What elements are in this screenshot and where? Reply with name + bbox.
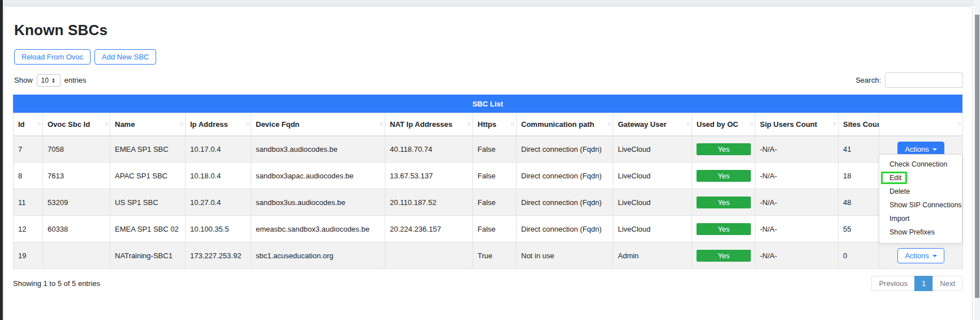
- page-length-control: Show 10 ▲▼ entries: [14, 74, 87, 87]
- table-cell: sandbox3us.audiocodes.be: [251, 189, 385, 216]
- table-cell: 10.27.0.4: [186, 189, 251, 216]
- table-info: Showing 1 to 5 of 5 entries: [13, 279, 100, 288]
- pagination-previous[interactable]: Previous: [871, 276, 915, 291]
- table-cell: -N/A-: [755, 163, 839, 189]
- table-cell: US SP1 SBC: [110, 189, 186, 216]
- table-cell: LiveCloud: [613, 136, 692, 163]
- used-by-oc-badge: Yes: [697, 143, 751, 155]
- dropdown-item-edit[interactable]: Edit: [879, 172, 962, 185]
- table-cell: [385, 242, 473, 269]
- column-header-ip-address[interactable]: Ip Address↑↓: [186, 113, 251, 136]
- dropdown-item-show-prefixes[interactable]: Show Prefixes: [879, 226, 962, 240]
- sort-icon: ↑↓: [957, 120, 960, 126]
- actions-cell: Actions: [879, 242, 963, 269]
- show-label: Show: [14, 76, 33, 84]
- highlight-ring: [881, 172, 907, 184]
- table-footer: Showing 1 to 5 of 5 entries Previous 1 N…: [13, 276, 962, 291]
- page-length-select[interactable]: 10 ▲▼: [37, 74, 61, 87]
- table-cell: False: [473, 136, 517, 163]
- table-cell: Direct connection (Fqdn): [517, 136, 613, 163]
- used-by-oc-cell: Yes: [692, 242, 755, 269]
- table-cell: 20.110.187.52: [385, 189, 473, 216]
- column-header-label: Used by OC: [697, 120, 738, 129]
- add-new-sbc-button[interactable]: Add New SBC: [94, 49, 156, 65]
- used-by-oc-badge: Yes: [697, 170, 751, 182]
- search-label: Search:: [856, 76, 881, 84]
- table-cell: 55: [839, 216, 879, 242]
- dropdown-item-import[interactable]: Import: [879, 212, 962, 226]
- table-cell: APAC SP1 SBC: [110, 163, 186, 189]
- caret-down-icon: [932, 148, 937, 151]
- sort-icon: ↑↓: [179, 120, 183, 126]
- table-cell: 53209: [43, 189, 110, 216]
- table-cell: -N/A-: [755, 242, 839, 269]
- scrollbar-track[interactable]: [974, 0, 980, 320]
- column-header-used-by-oc[interactable]: Used by OC↑↓: [692, 113, 755, 136]
- table-cell: 7058: [43, 136, 110, 163]
- column-header-gateway-user[interactable]: Gateway User↑↓: [613, 113, 692, 136]
- table-cell: 40.118.70.74: [385, 136, 473, 163]
- sort-icon: ↑↓: [467, 120, 470, 126]
- dropdown-item-show-sip-connections[interactable]: Show SIP Connections: [879, 199, 962, 212]
- reload-from-ovoc-button[interactable]: Reload From Ovoc: [14, 49, 91, 65]
- table-cell: False: [473, 216, 517, 242]
- column-header-https[interactable]: Https↑↓: [473, 113, 517, 136]
- table-cell: 0: [839, 242, 879, 269]
- table-cell: LiveCloud: [613, 189, 692, 216]
- left-edge-strip: [0, 0, 3, 320]
- used-by-oc-cell: Yes: [692, 136, 755, 163]
- column-header-nat-ip-addresses[interactable]: NAT Ip Addresses↑↓: [385, 113, 473, 136]
- column-header-sites-count[interactable]: Sites Count↑↓: [839, 113, 879, 136]
- table-cell: Direct connection (Fqdn): [517, 216, 613, 242]
- table-cell: NATraining-SBC1: [110, 242, 186, 269]
- sort-icon: ↑↓: [873, 120, 876, 126]
- top-edge-strip: [0, 0, 980, 6]
- column-header-sip-users-count[interactable]: Sip Users Count↑↓: [755, 113, 839, 136]
- dropdown-item-delete[interactable]: Delete: [879, 185, 962, 199]
- sort-icon: ↑↓: [104, 120, 108, 126]
- scrollbar-thumb[interactable]: [975, 15, 979, 298]
- column-header-ovoc-sbc-id[interactable]: Ovoc Sbc Id↑↓: [43, 113, 110, 136]
- pagination-current-page[interactable]: 1: [914, 276, 933, 291]
- page-length-value: 10: [41, 76, 49, 84]
- column-header-label: Ip Address: [190, 120, 228, 129]
- sort-icon: ↑↓: [379, 120, 382, 126]
- table-cell: sbc1.acuseducation.org: [251, 242, 385, 269]
- column-header-name[interactable]: Name↑↓: [110, 113, 186, 136]
- column-header-label: Communication path: [521, 120, 594, 129]
- table-row: 1260338EMEA SP1 SBC 0210.100.35.5emeasbc…: [14, 216, 963, 242]
- table-cell: 48: [839, 189, 879, 216]
- actions-button[interactable]: Actions: [897, 248, 944, 263]
- pagination: Previous 1 Next: [872, 276, 962, 291]
- table-cell: Direct connection (Fqdn): [517, 189, 613, 216]
- table-cell: -N/A-: [755, 136, 839, 163]
- column-header-actions[interactable]: ↑↓: [879, 113, 963, 136]
- table-cell: 7: [14, 136, 43, 163]
- column-header-label: Sip Users Count: [760, 120, 817, 129]
- table-cell: False: [473, 189, 517, 216]
- column-header-id[interactable]: Id↑↓: [14, 113, 43, 136]
- search-input[interactable]: [885, 72, 963, 88]
- dropdown-item-check-connection[interactable]: Check Connection: [879, 158, 962, 172]
- select-arrows-icon: ▲▼: [51, 78, 55, 83]
- table-row: 77058EMEA SP1 SBC10.17.0.4sandbox3.audio…: [14, 136, 963, 163]
- table-cell: 60338: [43, 216, 110, 242]
- used-by-oc-badge: Yes: [697, 223, 751, 235]
- table-cell: [43, 242, 110, 269]
- table-cell: 10.100.35.5: [186, 216, 251, 242]
- table-controls: Show 10 ▲▼ entries Search:: [14, 72, 963, 88]
- table-cell: 18: [839, 163, 879, 189]
- entries-label: entries: [65, 76, 87, 84]
- table-cell: 13.67.53.137: [385, 163, 473, 189]
- table-cell: sandbox3.audiocodes.be: [251, 136, 385, 163]
- table-cell: True: [473, 242, 517, 269]
- column-header-device-fqdn[interactable]: Device Fqdn↑↓: [251, 113, 385, 136]
- column-header-communication-path[interactable]: Communication path↑↓: [517, 113, 613, 136]
- table-cell: 11: [14, 189, 43, 216]
- search-control: Search:: [856, 72, 963, 88]
- used-by-oc-badge: Yes: [697, 197, 751, 208]
- sort-icon: ↑↓: [245, 120, 248, 126]
- table-cell: 20.224.236.157: [385, 216, 473, 242]
- actions-dropdown-menu: Check ConnectionEditDeleteShow SIP Conne…: [879, 154, 962, 244]
- pagination-next[interactable]: Next: [932, 276, 962, 291]
